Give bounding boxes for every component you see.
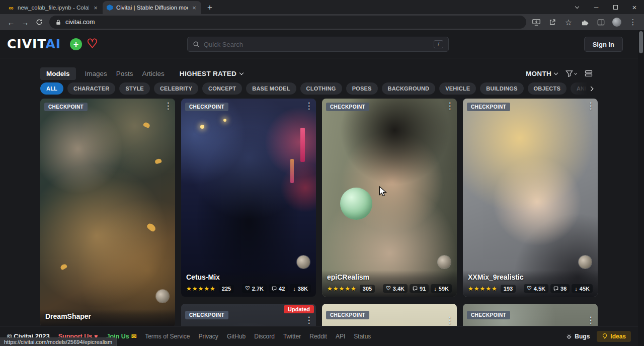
tab-models[interactable]: Models [40,67,76,80]
close-button[interactable]: × [625,0,644,14]
install-app-button[interactable] [529,15,543,29]
tab-civitai[interactable]: Civitai | Stable Diffusion models, × [103,1,201,14]
page-scrollbar[interactable] [638,30,644,346]
category-clothing[interactable]: CLOTHING [300,82,342,95]
sign-in-button[interactable]: Sign In [584,37,623,52]
likes-chip[interactable]: ♡2.7K [242,284,267,293]
footer-link-discord[interactable]: Discord [254,333,275,340]
model-card-xxmix[interactable]: CHECKPOINT ⋮ XXMix_9realistic ★★★★★ 193 … [463,99,598,297]
bugs-button[interactable]: Bugs [566,333,590,340]
bubble-gum-shape [340,188,372,220]
category-concept[interactable]: CONCEPT [202,82,242,95]
support-heart-icon[interactable]: ♡ [87,37,98,51]
downloads-count: 45K [580,286,590,292]
downloads-chip[interactable]: ↓45K [572,284,593,293]
back-button[interactable]: ← [4,15,18,29]
side-panel-button[interactable] [594,15,608,29]
downloads-chip[interactable]: ↓59K [431,284,452,293]
star-rating-icons: ★★★★★ [468,285,498,292]
new-tab-button[interactable]: + [203,1,216,14]
bookmark-button[interactable]: ☆ [561,15,576,29]
card-menu-icon[interactable]: ⋮ [445,315,455,325]
footer-link-status[interactable]: Status [354,333,371,340]
downloads-count: 59K [439,286,449,292]
category-character[interactable]: CHARACTER [67,82,115,95]
footer-right: Bugs Ideas [566,331,631,342]
creator-avatar[interactable] [156,290,169,303]
category-all[interactable]: ALL [40,82,63,95]
category-celebrity[interactable]: CELEBRITY [154,82,198,95]
category-base-model[interactable]: BASE MODEL [246,82,296,95]
model-preview-image [40,99,175,327]
card-menu-icon[interactable]: ⋮ [445,101,455,111]
card-menu-icon[interactable]: ⋮ [163,101,173,111]
category-style[interactable]: STYLE [119,82,149,95]
civitai-logo[interactable]: CIVITAI [7,37,61,51]
layout-toggle-button[interactable] [585,69,593,77]
search-input[interactable] [204,41,430,48]
likes-chip[interactable]: ♡4.5K [524,284,548,293]
footer-link-privacy[interactable]: Privacy [199,333,218,340]
create-button[interactable]: + [70,38,82,50]
category-chips: ALL CHARACTER STYLE CELEBRITY CONCEPT BA… [40,82,596,95]
comments-chip[interactable]: 36 [550,284,570,293]
updated-badge: Updated [284,305,314,313]
tab-articles[interactable]: Articles [142,70,165,77]
rating-count: 305 [360,285,375,293]
tab-close-icon[interactable]: × [191,4,198,12]
forward-button[interactable]: → [18,15,32,29]
category-background[interactable]: BACKGROUND [382,82,436,95]
model-preview-image [322,99,457,297]
profile-button[interactable] [610,15,624,29]
creator-avatar[interactable] [579,255,592,269]
card-menu-icon[interactable]: ⋮ [586,315,596,325]
tab-close-icon[interactable]: × [92,4,99,12]
category-poses[interactable]: POSES [346,82,378,95]
footer-link-api[interactable]: API [336,333,345,340]
grid-column-4: CHECKPOINT ⋮ XXMix_9realistic ★★★★★ 193 … [463,99,598,346]
model-card-cetus-mix[interactable]: CHECKPOINT ⋮ Cetus-Mix ★★★★★ 225 ♡2.7K [181,99,316,297]
likes-chip[interactable]: ♡3.4K [383,284,408,293]
comments-chip[interactable]: 91 [410,284,429,293]
share-icon [549,19,556,26]
downloads-chip[interactable]: ↓38K [290,284,311,293]
footer-link-terms[interactable]: Terms of Service [145,333,190,340]
model-card-epicrealism[interactable]: CHECKPOINT ⋮ epiCRealism ★★★★★ 305 ♡3.4K [322,99,457,297]
card-menu-icon[interactable]: ⋮ [304,101,314,111]
category-vehicle[interactable]: VEHICLE [439,82,476,95]
creator-avatar[interactable] [297,255,310,269]
tab-posts[interactable]: Posts [116,70,133,77]
period-dropdown[interactable]: MONTH [526,70,557,77]
footer-link-twitter[interactable]: Twitter [283,333,301,340]
card-menu-icon[interactable]: ⋮ [586,101,596,111]
creator-avatar[interactable] [438,255,451,269]
stat-chips: ♡3.4K 91 ↓59K [383,284,452,293]
comments-chip[interactable]: 42 [269,284,288,293]
footer-link-reddit[interactable]: Reddit [309,333,327,340]
ideas-button[interactable]: Ideas [597,331,631,342]
tab-images[interactable]: Images [85,70,107,77]
restore-button[interactable] [606,0,625,14]
window-controls: ─ × [568,0,644,14]
tab-search-icon[interactable] [568,0,587,14]
tab-colab[interactable]: ∞ new_colab_file.ipynb - Colaborat × [4,1,103,14]
card-stats: ★★★★★ 193 ♡4.5K 36 ↓45K [468,284,593,293]
quick-search-bar[interactable]: / [187,37,449,52]
categories-scroll-right-button[interactable] [586,83,596,94]
footer-link-github[interactable]: GitHub [227,333,246,340]
sort-dropdown[interactable]: HIGHEST RATED [180,70,243,77]
category-objects[interactable]: OBJECTS [528,82,567,95]
card-overlay: Cetus-Mix ★★★★★ 225 ♡2.7K 42 ↓38K [181,270,316,297]
refresh-button[interactable] [32,15,46,29]
card-menu-icon[interactable]: ⋮ [304,315,314,325]
model-type-badge: CHECKPOINT [326,103,369,111]
filters-button[interactable] [566,70,577,77]
address-bar[interactable]: civitai.com [49,16,526,29]
browser-menu-button[interactable]: ⋮ [626,15,640,29]
minimize-button[interactable]: ─ [587,0,606,14]
category-buildings[interactable]: BUILDINGS [480,82,523,95]
scrollbar-thumb[interactable] [639,31,643,53]
share-button[interactable] [545,15,559,29]
model-card-dreamshaper[interactable]: CHECKPOINT ⋮ DreamShaper [40,99,175,327]
extensions-button[interactable] [578,15,592,29]
